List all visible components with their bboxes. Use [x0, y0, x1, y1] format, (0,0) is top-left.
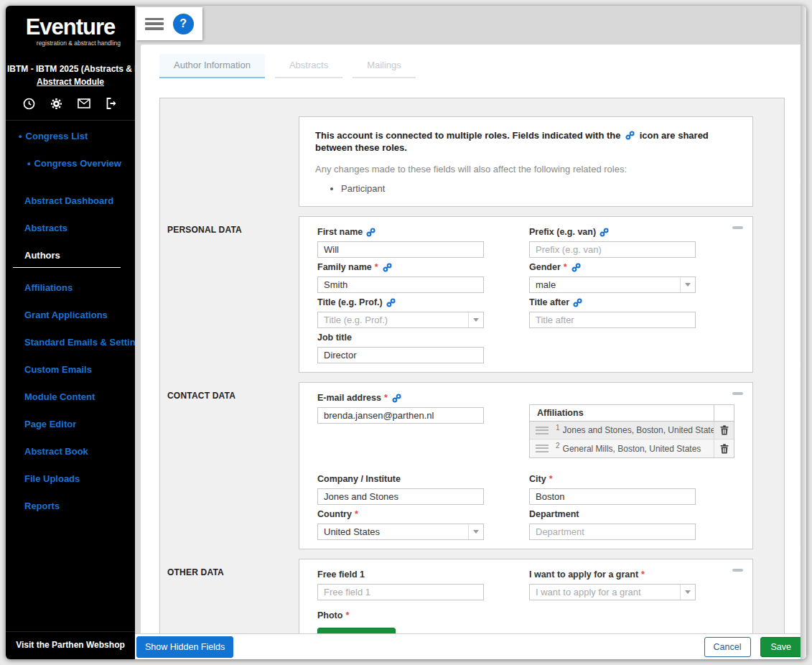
title-select-placeholder: Title (e.g. Prof.) [324, 315, 388, 325]
menu-hamburger-icon[interactable] [145, 18, 164, 30]
email-label-text: E-mail address [317, 392, 381, 404]
department-label-text: Department [529, 508, 579, 521]
delete-affiliation-button[interactable] [714, 422, 734, 439]
city-label: City * [529, 473, 696, 485]
company-field[interactable] [317, 488, 484, 505]
free-field-input[interactable] [317, 584, 484, 600]
country-select[interactable]: United States [317, 524, 484, 540]
grant-select-placeholder: I want to apply for a grant [536, 587, 641, 597]
notice-headline: This account is connected to multiple ro… [315, 129, 737, 154]
tab-abstracts[interactable]: Abstracts [275, 54, 342, 78]
app-window: Eventure registration & abstract handlin… [6, 6, 806, 659]
tab-mailings[interactable]: Mailings [353, 54, 416, 78]
link-icon [386, 298, 396, 307]
section-title-other: OTHER DATA [160, 559, 299, 577]
parthen-webshop-link[interactable]: Visit the Parthen Webshop [6, 631, 135, 659]
affiliation-row: 1 Jones and Stones, Boston, United State… [530, 422, 734, 440]
gender-select-value: male [536, 279, 556, 290]
family-name-label-text: Family name [317, 261, 372, 274]
abstract-module-link[interactable]: Abstract Module [6, 77, 135, 87]
chevron-down-icon [468, 524, 483, 539]
sidebar-item-custom-emails[interactable]: Custom Emails [6, 364, 135, 376]
sidebar-item-grant-applications[interactable]: Grant Applications [6, 310, 135, 321]
title-after-field[interactable] [529, 312, 696, 328]
collapse-icon[interactable] [732, 226, 743, 229]
logout-icon[interactable] [105, 97, 119, 110]
sidebar-item-module-content[interactable]: Module Content [6, 391, 135, 403]
city-label-text: City [529, 473, 546, 485]
sidebar-item-reports[interactable]: Reports [6, 501, 135, 512]
affiliation-text: Jones and Stones, Boston, United States [563, 425, 714, 435]
affiliations-table: Affiliations 1 Jones and Stones, Boston,… [529, 404, 734, 458]
sidebar-item-affiliations[interactable]: Affiliations [6, 282, 135, 294]
department-field[interactable] [529, 524, 696, 540]
grant-label: I want to apply for a grant * [529, 569, 696, 581]
sidebar-item-congress-overview[interactable]: Congress Overview [6, 158, 135, 169]
required-marker: * [549, 473, 553, 485]
email-field[interactable] [317, 407, 484, 424]
grant-select[interactable]: I want to apply for a grant [529, 584, 696, 600]
eventure-logo[interactable]: Eventure registration & abstract handlin… [6, 6, 135, 54]
company-label-text: Company / Institute [317, 473, 401, 485]
gender-label-text: Gender [529, 261, 561, 274]
sidebar-item-abstract-book[interactable]: Abstract Book [6, 446, 135, 457]
tab-author-information[interactable]: Author Information [159, 54, 265, 78]
chevron-down-icon [468, 312, 483, 327]
affiliation-text: General Mills, Boston, United States [563, 444, 714, 454]
city-field[interactable] [529, 488, 696, 505]
notice-headline-before: This account is connected to multiple ro… [315, 130, 620, 141]
related-roles-list: Participant [315, 182, 737, 195]
drag-handle-icon[interactable] [536, 445, 549, 452]
job-title-field[interactable] [317, 347, 484, 363]
related-role-item: Participant [341, 182, 737, 195]
sidebar-item-abstract-dashboard[interactable]: Abstract Dashboard [6, 195, 135, 207]
department-label: Department [529, 508, 696, 521]
logo-title: Eventure [11, 16, 129, 38]
cancel-button[interactable]: Cancel [704, 637, 751, 657]
settings-gear-icon[interactable] [50, 97, 64, 110]
sidebar-item-authors[interactable]: Authors [6, 250, 135, 261]
section-title-personal: PERSONAL DATA [160, 216, 299, 235]
notice-subtext: Any changes made to these fields will al… [315, 163, 737, 175]
gender-label: Gender * [529, 261, 696, 274]
save-button[interactable]: Save [760, 637, 803, 657]
affiliations-header-action-col [714, 405, 734, 421]
required-marker: * [384, 392, 388, 404]
sidebar-item-abstracts[interactable]: Abstracts [6, 223, 135, 234]
sidebar-item-page-editor[interactable]: Page Editor [6, 419, 135, 430]
link-icon [392, 394, 401, 403]
family-name-field[interactable] [317, 276, 484, 293]
photo-label-text: Photo [317, 610, 342, 622]
logo-subtitle: registration & abstract handling [11, 39, 129, 47]
gender-select[interactable]: male [529, 276, 696, 293]
delete-affiliation-button[interactable] [714, 440, 734, 457]
collapse-icon[interactable] [732, 569, 743, 572]
country-label: Country * [317, 508, 484, 521]
sidebar-menu: Congress List Congress Overview Abstract… [6, 121, 135, 631]
history-icon[interactable] [22, 97, 36, 110]
affiliations-header-label: Affiliations [530, 405, 714, 421]
link-icon [599, 228, 609, 237]
link-icon [366, 228, 375, 237]
title-select[interactable]: Title (e.g. Prof.) [317, 312, 484, 328]
country-label-text: Country [317, 508, 352, 521]
drag-handle-icon[interactable] [536, 427, 549, 434]
required-marker: * [375, 261, 378, 274]
affiliations-table-header: Affiliations [530, 405, 734, 422]
title-after-label: Title after [529, 297, 696, 309]
sidebar-item-standard-emails[interactable]: Standard Emails & Settings [6, 337, 135, 348]
mail-icon[interactable] [77, 97, 91, 110]
chevron-down-icon [680, 277, 695, 292]
show-hidden-fields-button[interactable]: Show Hidden Fields [136, 636, 233, 658]
sidebar-item-congress-list[interactable]: Congress List [6, 131, 135, 142]
first-name-field[interactable] [317, 241, 484, 258]
help-icon[interactable]: ? [173, 14, 194, 34]
prefix-field[interactable] [529, 241, 696, 258]
form-footer-bar: Show Hidden Fields Cancel Save [135, 633, 806, 659]
collapse-icon[interactable] [732, 392, 743, 395]
required-marker: * [564, 261, 567, 274]
sidebar-item-file-uploads[interactable]: File Uploads [6, 473, 135, 485]
family-name-label: Family name * [317, 261, 484, 274]
free-field-label: Free field 1 [317, 569, 484, 581]
chevron-down-icon [680, 585, 695, 600]
